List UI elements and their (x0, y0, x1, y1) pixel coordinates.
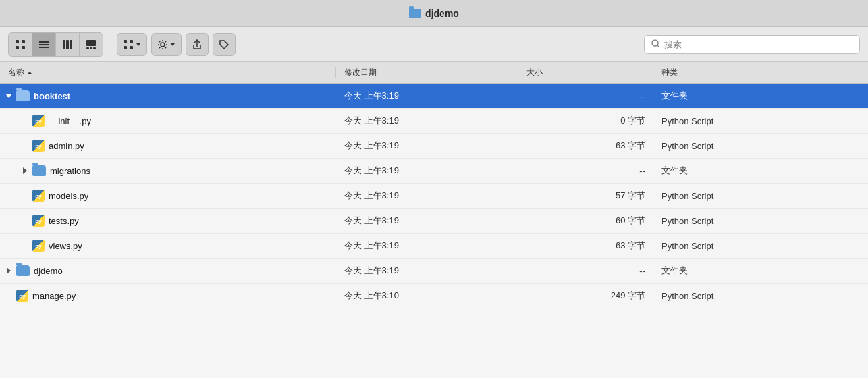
svg-rect-14 (124, 40, 127, 43)
folder-icon (16, 90, 30, 101)
svg-rect-2 (16, 46, 19, 49)
file-name-cell: djdemo (0, 265, 336, 276)
file-name-label: booktest (34, 91, 70, 101)
column-headers: 名称 修改日期 大小 种类 (0, 62, 868, 84)
chevron-right-icon[interactable] (5, 267, 12, 274)
table-row[interactable]: migrations今天 上午3:19--文件夹 (0, 159, 868, 184)
file-size-cell: 63 字节 (518, 240, 653, 252)
svg-rect-17 (130, 46, 133, 49)
search-input[interactable] (664, 39, 852, 49)
name-header[interactable]: 名称 (0, 67, 336, 78)
svg-point-27 (652, 40, 658, 46)
window-title: djdemo (409, 8, 459, 19)
python-icon: py (32, 240, 45, 252)
file-list: booktest今天 上午3:19--文件夹py__init__.py今天 上午… (0, 84, 868, 378)
file-size-cell: 249 字节 (518, 290, 653, 302)
file-date-cell: 今天 上午3:19 (336, 265, 518, 277)
date-header[interactable]: 修改日期 (336, 67, 518, 78)
svg-line-24 (165, 47, 166, 47)
svg-rect-10 (86, 40, 96, 46)
file-size-cell: -- (518, 166, 653, 176)
file-name-cell: pytests.py (0, 215, 336, 227)
table-row[interactable]: booktest今天 上午3:19--文件夹 (0, 84, 868, 109)
search-icon (651, 39, 660, 50)
file-size-cell: 63 字节 (518, 140, 653, 152)
python-icon: py (32, 115, 45, 127)
search-box[interactable] (644, 35, 860, 54)
share-btn[interactable] (186, 33, 209, 56)
file-name-label: admin.py (49, 141, 84, 151)
svg-rect-1 (22, 40, 25, 43)
view-toggle-group (8, 32, 103, 57)
file-date-cell: 今天 上午3:19 (336, 140, 518, 152)
file-name-label: tests.py (49, 216, 79, 226)
svg-rect-11 (86, 47, 89, 49)
file-date-cell: 今天 上午3:10 (336, 290, 518, 302)
size-header[interactable]: 大小 (518, 67, 653, 78)
icon-view-btn[interactable] (9, 33, 32, 56)
file-kind-cell: Python Script (653, 141, 868, 151)
file-name-label: manage.py (32, 291, 76, 301)
table-row[interactable]: py__init__.py今天 上午3:190 字节Python Script (0, 109, 868, 134)
python-icon: py (32, 140, 45, 152)
column-view-btn[interactable] (56, 33, 80, 56)
file-size-cell: 57 字节 (518, 190, 653, 202)
table-row[interactable]: pymodels.py今天 上午3:1957 字节Python Script (0, 184, 868, 209)
toolbar (0, 27, 868, 62)
tag-btn[interactable] (213, 33, 236, 56)
file-name-label: __init__.py (49, 116, 91, 126)
file-name-cell: booktest (0, 90, 336, 101)
list-view-btn[interactable] (32, 33, 56, 56)
svg-rect-3 (22, 46, 25, 49)
file-date-cell: 今天 上午3:19 (336, 190, 518, 202)
kind-header[interactable]: 种类 (653, 67, 868, 78)
chevron-down-icon[interactable] (5, 92, 12, 99)
svg-rect-12 (90, 47, 92, 49)
folder-icon (32, 165, 46, 176)
table-row[interactable]: pyadmin.py今天 上午3:1963 字节Python Script (0, 134, 868, 159)
title-bar: djdemo (0, 0, 868, 27)
svg-rect-5 (39, 44, 49, 45)
file-name-cell: pymodels.py (0, 190, 336, 202)
file-name-label: djdemo (34, 266, 63, 276)
svg-rect-8 (66, 40, 69, 49)
file-kind-cell: 文件夹 (653, 165, 868, 177)
sort-icon (27, 70, 32, 76)
file-date-cell: 今天 上午3:19 (336, 165, 518, 177)
python-icon: py (16, 290, 28, 302)
file-size-cell: 60 字节 (518, 215, 653, 227)
action-btn[interactable] (151, 33, 182, 56)
file-size-cell: 0 字节 (518, 115, 653, 127)
file-name-cell: pyadmin.py (0, 140, 336, 152)
title-text: djdemo (425, 8, 459, 19)
file-size-cell: -- (518, 266, 653, 276)
search-area (644, 35, 860, 54)
group-btn[interactable] (117, 33, 147, 56)
file-name-cell: migrations (0, 165, 336, 176)
svg-rect-6 (39, 47, 49, 48)
svg-rect-7 (63, 40, 65, 49)
python-icon: py (32, 215, 45, 227)
svg-rect-15 (130, 40, 133, 43)
file-kind-cell: Python Script (653, 241, 868, 251)
table-row[interactable]: djdemo今天 上午3:19--文件夹 (0, 259, 868, 284)
table-row[interactable]: pytests.py今天 上午3:1960 字节Python Script (0, 209, 868, 234)
table-row[interactable]: pymanage.py今天 上午3:10249 字节Python Script (0, 284, 868, 308)
table-row[interactable]: pyviews.py今天 上午3:1963 字节Python Script (0, 234, 868, 259)
file-name-cell: pyviews.py (0, 240, 336, 252)
chevron-right-icon[interactable] (22, 167, 28, 174)
file-date-cell: 今天 上午3:19 (336, 240, 518, 252)
file-name-label: models.py (49, 191, 88, 201)
file-name-label: migrations (50, 166, 90, 176)
svg-line-26 (159, 47, 160, 47)
file-kind-cell: Python Script (653, 291, 868, 301)
file-kind-cell: 文件夹 (653, 90, 868, 102)
title-folder-icon (409, 9, 421, 18)
python-icon: py (32, 190, 45, 202)
file-date-cell: 今天 上午3:19 (336, 115, 518, 127)
svg-rect-16 (124, 46, 127, 49)
file-kind-cell: 文件夹 (653, 265, 868, 277)
gallery-view-btn[interactable] (80, 33, 103, 56)
folder-icon (16, 265, 30, 276)
file-kind-cell: Python Script (653, 116, 868, 126)
